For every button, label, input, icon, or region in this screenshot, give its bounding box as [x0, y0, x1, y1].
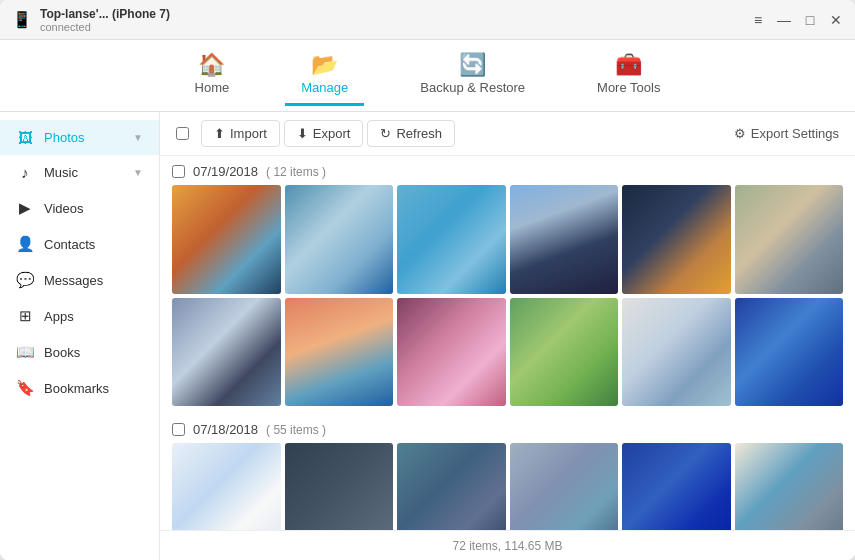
import-button[interactable]: ⬆ Import — [201, 120, 280, 147]
photo-grid-2: ▶ 00:00:05 — [168, 443, 847, 530]
sidebar-item-bookmarks[interactable]: 🔖 Bookmarks — [0, 370, 159, 406]
export-settings-label: Export Settings — [751, 126, 839, 141]
bookmarks-icon: 🔖 — [16, 379, 34, 397]
connected-status: connected — [40, 21, 170, 33]
photo-cell[interactable] — [510, 298, 619, 407]
date-header-1: 07/19/2018 ( 12 items ) — [168, 156, 847, 185]
device-info: 📱 Top-lanse'... (iPhone 7) connected — [12, 7, 170, 33]
sidebar-item-videos[interactable]: ▶ Videos — [0, 190, 159, 226]
sidebar-books-label: Books — [44, 345, 80, 360]
tab-tools[interactable]: 🧰 More Tools — [581, 46, 676, 106]
date-header-2: 07/18/2018 ( 55 items ) — [168, 414, 847, 443]
date-group-2: 07/18/2018 ( 55 items ) ▶ 00:00:05 — [168, 414, 847, 530]
tab-home[interactable]: 🏠 Home — [179, 46, 246, 106]
sidebar-item-music[interactable]: ♪ Music ▼ — [0, 155, 159, 190]
photo-cell[interactable] — [172, 185, 281, 294]
tab-manage[interactable]: 📂 Manage — [285, 46, 364, 106]
photo-cell[interactable] — [622, 443, 731, 530]
sidebar-item-messages[interactable]: 💬 Messages — [0, 262, 159, 298]
refresh-label: Refresh — [396, 126, 442, 141]
group1-checkbox[interactable] — [172, 165, 185, 178]
home-icon: 🏠 — [198, 54, 225, 76]
photo-cell[interactable] — [735, 185, 844, 294]
sidebar-apps-label: Apps — [44, 309, 74, 324]
music-icon: ♪ — [16, 164, 34, 181]
sidebar-item-contacts[interactable]: 👤 Contacts — [0, 226, 159, 262]
photo-cell[interactable] — [735, 298, 844, 407]
sidebar-photos-label: Photos — [44, 130, 84, 145]
photo-cell[interactable] — [510, 185, 619, 294]
apps-icon: ⊞ — [16, 307, 34, 325]
date-label-1: 07/19/2018 — [193, 164, 258, 179]
photo-cell[interactable] — [172, 443, 281, 530]
tab-backup[interactable]: 🔄 Backup & Restore — [404, 46, 541, 106]
app-window: 📱 Top-lanse'... (iPhone 7) connected ≡ —… — [0, 0, 855, 560]
select-all-checkbox[interactable] — [176, 127, 189, 140]
sidebar: 🖼 Photos ▼ ♪ Music ▼ ▶ Videos 👤 Contacts… — [0, 112, 160, 560]
refresh-icon: ↻ — [380, 126, 391, 141]
nav-tabs: 🏠 Home 📂 Manage 🔄 Backup & Restore 🧰 Mor… — [0, 40, 855, 112]
chevron-right-icon: ▼ — [133, 167, 143, 178]
sidebar-music-label: Music — [44, 165, 78, 180]
photo-cell[interactable] — [285, 185, 394, 294]
menu-button[interactable]: ≡ — [751, 13, 765, 27]
photos-icon: 🖼 — [16, 129, 34, 146]
export-icon: ⬇ — [297, 126, 308, 141]
group2-checkbox[interactable] — [172, 423, 185, 436]
photo-cell[interactable] — [285, 298, 394, 407]
sidebar-videos-label: Videos — [44, 201, 84, 216]
photo-cell[interactable] — [735, 443, 844, 530]
titlebar: 📱 Top-lanse'... (iPhone 7) connected ≡ —… — [0, 0, 855, 40]
photo-cell[interactable] — [172, 298, 281, 407]
sidebar-contacts-label: Contacts — [44, 237, 95, 252]
sidebar-messages-label: Messages — [44, 273, 103, 288]
statusbar: 72 items, 114.65 MB — [160, 530, 855, 560]
tools-icon: 🧰 — [615, 54, 642, 76]
photo-cell[interactable] — [622, 298, 731, 407]
import-icon: ⬆ — [214, 126, 225, 141]
photo-cell[interactable] — [510, 443, 619, 530]
tab-tools-label: More Tools — [597, 80, 660, 95]
photo-cell[interactable] — [397, 185, 506, 294]
close-button[interactable]: ✕ — [829, 13, 843, 27]
photo-grid-1 — [168, 185, 847, 406]
photo-cell[interactable] — [397, 298, 506, 407]
sidebar-item-photos[interactable]: 🖼 Photos ▼ — [0, 120, 159, 155]
photo-cell[interactable] — [622, 185, 731, 294]
photo-cell-video[interactable]: ▶ 00:00:05 — [285, 443, 394, 530]
main-area: 🖼 Photos ▼ ♪ Music ▼ ▶ Videos 👤 Contacts… — [0, 112, 855, 560]
date-label-2: 07/18/2018 — [193, 422, 258, 437]
sidebar-item-apps[interactable]: ⊞ Apps — [0, 298, 159, 334]
tab-home-label: Home — [195, 80, 230, 95]
phone-icon: 📱 — [12, 10, 32, 29]
import-label: Import — [230, 126, 267, 141]
date-group-1: 07/19/2018 ( 12 items ) — [168, 156, 847, 406]
window-controls: ≡ — □ ✕ — [751, 13, 843, 27]
manage-icon: 📂 — [311, 54, 338, 76]
count-label-2: ( 55 items ) — [266, 423, 326, 437]
books-icon: 📖 — [16, 343, 34, 361]
export-button[interactable]: ⬇ Export — [284, 120, 364, 147]
count-label-1: ( 12 items ) — [266, 165, 326, 179]
refresh-button[interactable]: ↻ Refresh — [367, 120, 455, 147]
photo-cell[interactable] — [397, 443, 506, 530]
export-label: Export — [313, 126, 351, 141]
photo-content[interactable]: 07/19/2018 ( 12 items ) — [160, 156, 855, 530]
toolbar: ⬆ Import ⬇ Export ↻ Refresh ⚙ Export Set… — [160, 112, 855, 156]
tab-backup-label: Backup & Restore — [420, 80, 525, 95]
videos-icon: ▶ — [16, 199, 34, 217]
gear-icon: ⚙ — [734, 126, 746, 141]
device-name: Top-lanse'... (iPhone 7) — [40, 7, 170, 21]
content-area: ⬆ Import ⬇ Export ↻ Refresh ⚙ Export Set… — [160, 112, 855, 560]
chevron-down-icon: ▼ — [133, 132, 143, 143]
sidebar-bookmarks-label: Bookmarks — [44, 381, 109, 396]
tab-manage-label: Manage — [301, 80, 348, 95]
minimize-button[interactable]: — — [777, 13, 791, 27]
contacts-icon: 👤 — [16, 235, 34, 253]
status-text: 72 items, 114.65 MB — [452, 539, 562, 553]
messages-icon: 💬 — [16, 271, 34, 289]
maximize-button[interactable]: □ — [803, 13, 817, 27]
backup-icon: 🔄 — [459, 54, 486, 76]
sidebar-item-books[interactable]: 📖 Books — [0, 334, 159, 370]
export-settings-button[interactable]: ⚙ Export Settings — [734, 126, 839, 141]
